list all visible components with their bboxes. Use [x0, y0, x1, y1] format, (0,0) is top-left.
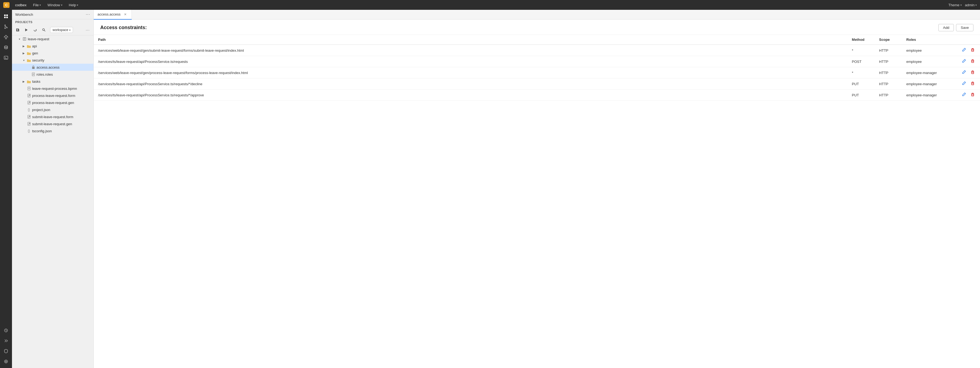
svg-rect-2 [4, 17, 6, 18]
gen-folder-icon [27, 51, 31, 55]
edit-button-0[interactable] [961, 48, 968, 54]
cell-actions-4 [956, 90, 980, 101]
tree-item-process-gen[interactable]: ▶ process-leave-request.gen [12, 99, 94, 106]
menu-help[interactable]: Help ▾ [67, 2, 81, 8]
svg-rect-34 [28, 122, 30, 125]
tree-item-tasks[interactable]: ▶ tasks [12, 78, 94, 85]
deploy-icon[interactable] [2, 33, 10, 41]
tree-item-submit-gen[interactable]: ▶ submit-leave-request.gen [12, 120, 94, 127]
tree-item-submit-form[interactable]: ▶ submit-leave-request.form [12, 113, 94, 120]
tab-access-access[interactable]: access.access ✕ [94, 10, 132, 20]
tree-item-leave-request[interactable]: ▾ leave-request [12, 35, 94, 43]
search-toolbar-icon[interactable] [40, 26, 48, 33]
plugin-icon[interactable] [2, 357, 10, 366]
run-toolbar-icon[interactable] [23, 26, 30, 33]
submit-gen-label: submit-leave-request.gen [32, 122, 91, 126]
tree-item-tsconfig[interactable]: ▶ {} tsconfig.json [12, 127, 94, 135]
project-json-label: project.json [32, 108, 91, 112]
forward-icon[interactable] [2, 336, 10, 345]
history-icon[interactable] [2, 326, 10, 335]
more-toolbar-icon[interactable]: ··· [84, 26, 91, 33]
theme-menu[interactable]: Theme ▾ [948, 3, 961, 7]
delete-button-0[interactable] [970, 48, 976, 54]
git-icon[interactable] [2, 22, 10, 31]
tasks-chevron-icon: ▶ [22, 79, 25, 83]
terminal-icon[interactable] [2, 53, 10, 62]
tree-item-roles-roles[interactable]: ▶ roles.roles [12, 71, 94, 78]
svg-point-6 [4, 27, 6, 29]
tree-item-process-form[interactable]: ▶ process-leave-request.form [12, 92, 94, 99]
app-logo[interactable]: C [3, 2, 10, 8]
delete-button-1[interactable] [970, 59, 976, 65]
refresh-toolbar-icon[interactable] [32, 26, 39, 33]
table-row: /services/web/leave-request/gen/process-… [94, 67, 980, 78]
process-gen-label: process-leave-request.gen [32, 101, 91, 105]
admin-menu[interactable]: admin ▾ [965, 3, 977, 7]
leave-request-label: leave-request [28, 37, 91, 41]
edit-button-3[interactable] [961, 81, 968, 87]
cell-method-1: POST [848, 56, 875, 67]
sidebar-toolbar: workspace ▾ ··· [12, 25, 94, 35]
workspace-label: workspace [52, 28, 68, 32]
tree-item-bpmn[interactable]: ▶ leave-request-process.bpmn [12, 85, 94, 92]
delete-button-4[interactable] [970, 92, 976, 98]
tab-access-access-label: access.access [97, 12, 121, 16]
svg-line-15 [45, 30, 46, 32]
svg-rect-39 [972, 82, 974, 85]
content-header: Access constraints: Add Save [94, 20, 980, 35]
svg-rect-3 [6, 17, 8, 18]
content-area: access.access ✕ Access constraints: Add … [94, 10, 980, 368]
admin-chevron-icon: ▾ [975, 3, 977, 6]
tree-item-gen[interactable]: ▶ gen [12, 49, 94, 57]
menu-window[interactable]: Window ▾ [45, 2, 64, 8]
tree-item-project-json[interactable]: ▶ {} project.json [12, 106, 94, 113]
svg-rect-32 [28, 115, 30, 118]
api-folder-icon [27, 44, 31, 48]
svg-rect-37 [972, 60, 974, 63]
tree-item-api[interactable]: ▶ api [12, 43, 94, 49]
file-tree: ▾ leave-request ▶ api ▶ gen [12, 35, 94, 368]
table-body: /services/web/leave-request/gen/submit-l… [94, 44, 980, 101]
cell-method-0: * [848, 44, 875, 56]
svg-point-31 [29, 102, 30, 103]
cell-path-1: /services/ts/leave-request/api/ProcessSe… [94, 56, 848, 67]
svg-rect-1 [6, 14, 8, 16]
workspace-selector[interactable]: workspace ▾ [50, 27, 73, 33]
svg-point-8 [4, 46, 7, 47]
svg-rect-30 [28, 101, 30, 104]
tasks-label: tasks [32, 79, 91, 84]
svg-point-29 [29, 95, 30, 95]
edit-button-2[interactable] [961, 70, 968, 76]
api-label: api [32, 44, 91, 48]
save-toolbar-icon[interactable] [14, 26, 21, 33]
theme-chevron-icon: ▾ [960, 3, 962, 6]
add-button[interactable]: Add [938, 24, 954, 31]
col-header-roles: Roles [902, 35, 956, 44]
tree-item-access-access[interactable]: ▶ access.access [12, 64, 94, 71]
svg-rect-40 [972, 94, 974, 96]
explorer-icon[interactable] [2, 12, 10, 21]
cell-scope-4: HTTP [875, 90, 902, 101]
tasks-folder-icon [27, 79, 31, 84]
tree-item-security[interactable]: ▾ security [12, 57, 94, 64]
leave-request-chevron-icon: ▾ [18, 37, 21, 41]
table-row: /services/ts/leave-request/api/ProcessSe… [94, 90, 980, 101]
shield-icon[interactable] [2, 347, 10, 355]
access-access-label: access.access [37, 65, 91, 70]
gen-chevron-icon: ▶ [22, 51, 25, 55]
cell-actions-1 [956, 56, 980, 67]
delete-button-2[interactable] [970, 70, 976, 76]
tab-close-button[interactable]: ✕ [123, 12, 128, 17]
save-button[interactable]: Save [956, 24, 974, 31]
menu-file[interactable]: File ▾ [31, 2, 43, 8]
edit-button-1[interactable] [961, 59, 968, 65]
svg-point-13 [5, 361, 7, 362]
delete-button-3[interactable] [970, 81, 976, 87]
database-icon[interactable] [2, 43, 10, 52]
cell-path-0: /services/web/leave-request/gen/submit-l… [94, 44, 848, 56]
gen-label: gen [32, 51, 91, 55]
security-label: security [32, 58, 91, 62]
edit-button-4[interactable] [961, 92, 968, 98]
sidebar-more-button[interactable]: ··· [86, 12, 90, 17]
cell-actions-0 [956, 44, 980, 56]
